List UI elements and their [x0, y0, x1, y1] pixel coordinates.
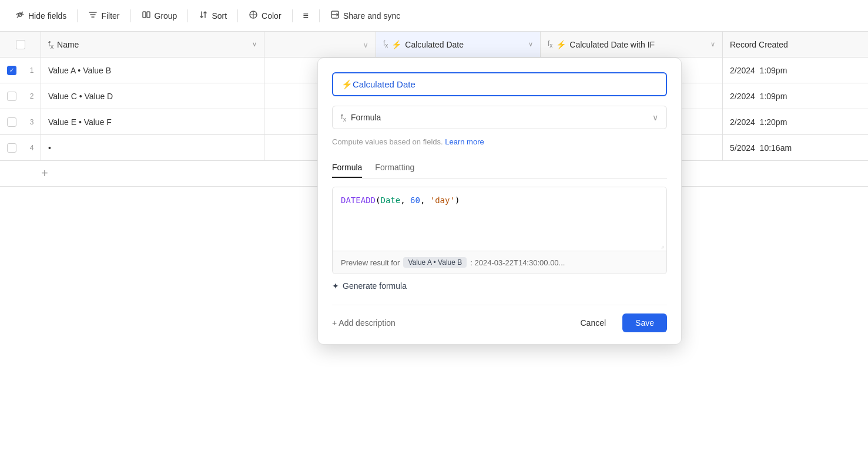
field-type-left: fx Formula [341, 112, 381, 123]
preview-chip: Value A • Value B [403, 257, 467, 268]
footer-actions: Cancel Save [569, 313, 667, 332]
toolbar-separator6 [319, 9, 320, 22]
row-3-checkbox[interactable] [7, 117, 16, 127]
name-col-chevron[interactable]: ∨ [252, 41, 257, 48]
formula-str-token: 'day' [430, 195, 455, 205]
formula-field-token: Date [380, 195, 400, 205]
formula-comma1: , [400, 195, 410, 205]
field-type-selector[interactable]: fx Formula ∨ [332, 106, 667, 129]
formula-editor-container: DATEADD(Date, 60, 'day') ⌟ Preview resul… [332, 187, 667, 274]
hide-fields-icon [15, 10, 25, 21]
formula-col-icon: fx [383, 39, 388, 49]
field-type-icon: fx [341, 112, 346, 123]
preview-label: Preview result for [341, 258, 400, 267]
color-icon [249, 10, 258, 21]
sort-label: Sort [212, 11, 227, 21]
list-icon: ≡ [303, 11, 309, 21]
formula2-col-icon: fx [548, 39, 552, 49]
row-4-checkbox[interactable] [7, 143, 16, 153]
col-record-created-header[interactable]: Record Created [723, 32, 868, 57]
share-sync-label: Share and sync [343, 11, 400, 21]
row-3-record: 2/2024 1:20pm [723, 109, 868, 134]
row-4-name[interactable]: • [41, 135, 264, 160]
share-sync-button[interactable]: Share and sync [324, 6, 406, 25]
col-calculated-date-label: Calculated Date [405, 40, 464, 49]
row-4-record: 5/2024 10:16am [723, 135, 868, 160]
add-row-icon: + [41, 167, 48, 180]
header-checkbox[interactable] [16, 40, 25, 49]
row-1-name[interactable]: Value A • Value B [41, 58, 264, 83]
hide-fields-button[interactable]: Hide fields [9, 6, 72, 25]
toolbar-separator3 [187, 9, 188, 22]
preview-value: : 2024-03-22T14:30:00.00... [470, 258, 565, 267]
row-2-name[interactable]: Value C • Value D [41, 83, 264, 109]
generate-formula-button[interactable]: ✦ Generate formula [332, 274, 667, 293]
popup-footer: + Add description Cancel Save [332, 305, 667, 332]
group-button[interactable]: Group [136, 6, 183, 25]
sort-button[interactable]: Sort [193, 6, 233, 25]
save-button[interactable]: Save [622, 313, 667, 332]
hide-fields-label: Hide fields [28, 11, 66, 21]
toolbar: Hide fields Filter Group Sort Color ≡ [0, 0, 868, 32]
field-name-input[interactable] [332, 72, 667, 96]
add-description-button[interactable]: + Add description [332, 318, 396, 328]
add-desc-label: + Add description [332, 318, 396, 328]
tab-formula[interactable]: Formula [332, 158, 362, 178]
lightning-icon: ⚡ [391, 40, 401, 49]
formula-resize-handle[interactable]: ⌟ [333, 240, 666, 251]
col-name-label: Name [57, 40, 79, 49]
col-extra-chevron: ∨ [363, 40, 368, 49]
row-1-checkbox[interactable]: ✓ [7, 66, 16, 75]
row-1-record: 2/2024 1:09pm [723, 58, 868, 83]
resize-icon: ⌟ [661, 241, 664, 250]
group-label: Group [155, 11, 177, 21]
list-view-button[interactable]: ≡ [297, 7, 314, 25]
row-3-name[interactable]: Value E • Value F [41, 109, 264, 134]
grid-header: fx Name ∨ ∨ fx ⚡ Calculated Date ∨ fx ⚡ … [0, 32, 868, 58]
formula-editor[interactable]: DATEADD(Date, 60, 'day') [333, 187, 666, 240]
field-editor-popup: fx Formula ∨ Compute values based on fie… [317, 58, 682, 345]
toolbar-separator [77, 9, 78, 22]
formula-paren-close: ) [455, 195, 460, 205]
grid-container: fx Name ∨ ∨ fx ⚡ Calculated Date ∨ fx ⚡ … [0, 32, 868, 472]
sparkle-icon: ✦ [332, 281, 339, 291]
row-1-num: 1 [20, 66, 34, 75]
formula-fn-token: DATEADD [341, 195, 376, 205]
svg-rect-2 [143, 12, 146, 18]
group-icon [142, 10, 151, 21]
share-icon [330, 10, 340, 21]
row-2-checkbox-cell: 2 [0, 83, 41, 109]
col-checkbox-header [0, 32, 41, 57]
toolbar-separator2 [130, 9, 131, 22]
row-4-checkbox-cell: 4 [0, 135, 41, 160]
tab-formatting[interactable]: Formatting [375, 158, 414, 178]
generate-formula-label: Generate formula [343, 281, 407, 291]
col-name-header[interactable]: fx Name ∨ [41, 32, 264, 57]
calc-date-if-chevron[interactable]: ∨ [711, 41, 715, 48]
col-extra-header: ∨ [264, 32, 376, 57]
filter-icon [88, 10, 98, 21]
row-4-num: 4 [20, 144, 34, 152]
name-col-icon: fx [48, 39, 53, 50]
col-calculated-date-if-header[interactable]: fx ⚡ Calculated Date with IF ∨ [541, 32, 723, 57]
toolbar-separator5 [292, 9, 293, 22]
calc-date-chevron[interactable]: ∨ [528, 41, 533, 48]
sort-icon [199, 10, 208, 21]
col-calculated-date-header[interactable]: fx ⚡ Calculated Date ∨ [376, 32, 541, 57]
learn-more-link[interactable]: Learn more [445, 137, 484, 146]
row-2-checkbox[interactable] [7, 92, 16, 101]
row-2-record: 2/2024 1:09pm [723, 83, 868, 109]
svg-rect-3 [147, 12, 150, 18]
row-1-checkbox-cell: ✓ 1 [0, 58, 41, 83]
field-type-label: Formula [351, 113, 381, 122]
lightning2-icon: ⚡ [556, 40, 566, 49]
popup-panel: fx Formula ∨ Compute values based on fie… [317, 58, 682, 345]
filter-button[interactable]: Filter [82, 6, 125, 25]
color-button[interactable]: Color [243, 6, 287, 25]
cancel-button[interactable]: Cancel [569, 313, 616, 332]
formula-comma2: , [420, 195, 430, 205]
row-2-num: 2 [20, 92, 34, 100]
field-description: Compute values based on fields. Learn mo… [332, 136, 667, 148]
filter-label: Filter [101, 11, 119, 21]
record-created-label: Record Created [730, 40, 788, 49]
